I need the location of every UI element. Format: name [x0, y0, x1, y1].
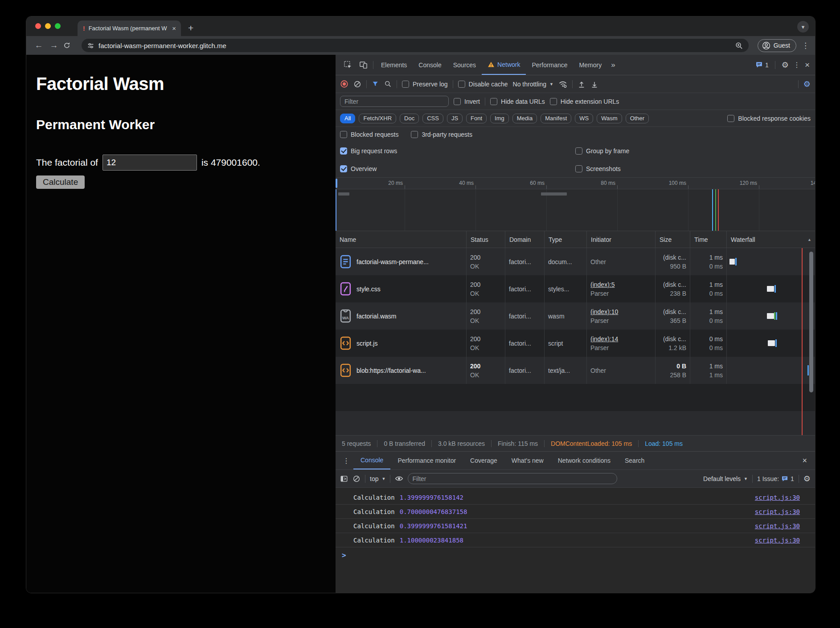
tab-console[interactable]: Console — [413, 55, 447, 75]
profile-button[interactable]: Guest — [758, 39, 796, 52]
filter-chip-js[interactable]: JS — [447, 114, 463, 123]
zoom-level-icon[interactable] — [735, 41, 743, 50]
hide-data-urls-checkbox[interactable]: Hide data URLs — [490, 98, 545, 105]
invert-checkbox[interactable]: Invert — [454, 98, 480, 105]
back-icon[interactable]: ← — [33, 41, 45, 50]
search-icon[interactable] — [384, 80, 392, 88]
drawer-tab-coverage[interactable]: Coverage — [463, 452, 504, 469]
filter-chip-ws[interactable]: WS — [575, 114, 593, 123]
blocked-response-cookies-checkbox[interactable]: Blocked response cookies — [727, 115, 811, 122]
calculate-button[interactable]: Calculate — [36, 175, 85, 189]
column-header-initiator[interactable]: Initiator — [587, 231, 656, 248]
source-link[interactable]: script.js:30 — [755, 508, 800, 515]
request-row-document[interactable]: factorial-wasm-permane... 200OK factori.… — [336, 248, 815, 275]
request-row-stylesheet[interactable]: style.css 200OK factori... styles... (in… — [336, 275, 815, 302]
filter-chip-doc[interactable]: Doc — [400, 114, 419, 123]
record-network-log-icon[interactable] — [340, 80, 348, 88]
fullscreen-window-button[interactable] — [55, 23, 61, 29]
inspect-element-icon[interactable] — [340, 55, 356, 75]
column-header-size[interactable]: Size — [656, 231, 690, 248]
filter-chip-css[interactable]: CSS — [422, 114, 443, 123]
filter-chip-font[interactable]: Font — [466, 114, 487, 123]
filter-funnel-icon[interactable] — [372, 80, 379, 88]
overview-checkbox[interactable]: Overview — [340, 165, 377, 172]
browser-menu-kebab-icon[interactable]: ⋮ — [802, 41, 809, 50]
column-header-domain[interactable]: Domain — [505, 231, 545, 248]
close-window-button[interactable] — [35, 23, 41, 29]
tab-close-icon[interactable]: × — [171, 24, 177, 32]
source-link[interactable]: script.js:30 — [755, 522, 800, 530]
drawer-tab-search[interactable]: Search — [618, 452, 652, 469]
preserve-log-checkbox[interactable]: Preserve log — [402, 81, 448, 88]
console-settings-gear-icon[interactable]: ⚙ — [803, 475, 811, 483]
drawer-tab-console[interactable]: Console — [353, 452, 390, 469]
device-toolbar-icon[interactable] — [356, 55, 371, 75]
drawer-tab-whats-new[interactable]: What's new — [504, 452, 551, 469]
devtools-menu-kebab-icon[interactable]: ⋮ — [793, 61, 800, 69]
devtools-settings-gear-icon[interactable]: ⚙ — [782, 61, 789, 69]
log-levels-select[interactable]: Default levels▼ — [703, 475, 748, 482]
more-tabs-icon[interactable]: » — [607, 55, 619, 75]
group-by-frame-checkbox[interactable]: Group by frame — [575, 147, 629, 155]
screenshots-checkbox[interactable]: Screenshots — [575, 165, 621, 172]
clear-network-log-icon[interactable] — [353, 80, 361, 88]
blocked-requests-checkbox[interactable]: Blocked requests — [340, 131, 398, 138]
column-header-waterfall[interactable]: Waterfall ▲ — [727, 231, 815, 248]
column-header-type[interactable]: Type — [545, 231, 587, 248]
live-expression-eye-icon[interactable] — [395, 474, 403, 483]
filter-chip-other[interactable]: Other — [626, 114, 649, 123]
initiator-link[interactable]: (index):5 — [590, 280, 652, 289]
devtools-close-icon[interactable]: × — [805, 60, 810, 70]
browser-tab[interactable]: ! Factorial Wasm (permanent W × — [78, 20, 181, 36]
export-har-icon[interactable] — [590, 80, 598, 88]
drawer-menu-kebab-icon[interactable]: ⋮ — [339, 457, 353, 465]
table-scrollbar[interactable] — [809, 252, 813, 392]
timeline-start-handle[interactable] — [336, 179, 337, 188]
filter-chip-img[interactable]: Img — [490, 114, 509, 123]
import-har-icon[interactable] — [578, 80, 586, 88]
column-header-status[interactable]: Status — [467, 231, 505, 248]
network-conditions-icon[interactable] — [558, 80, 567, 89]
filter-chip-manifest[interactable]: Manifest — [541, 114, 571, 123]
third-party-requests-checkbox[interactable]: 3rd-party requests — [411, 131, 472, 138]
network-settings-gear-icon[interactable]: ⚙ — [803, 80, 811, 88]
site-settings-icon[interactable] — [87, 42, 94, 49]
filter-chip-wasm[interactable]: Wasm — [597, 114, 622, 123]
filter-chip-fetch-xhr[interactable]: Fetch/XHR — [359, 114, 396, 123]
minimize-window-button[interactable] — [45, 23, 51, 29]
console-issues-counter[interactable]: 1 Issue: 1 — [757, 475, 794, 482]
drawer-close-icon[interactable]: × — [798, 456, 811, 465]
source-link[interactable]: script.js:30 — [755, 494, 800, 501]
filter-chip-media[interactable]: Media — [512, 114, 537, 123]
tab-network[interactable]: Network — [482, 55, 526, 75]
initiator-link[interactable]: (index):14 — [590, 334, 652, 343]
url-text[interactable]: factorial-wasm-permanent-worker.glitch.m… — [98, 42, 731, 49]
filter-chip-all[interactable]: All — [340, 114, 355, 123]
throttling-select[interactable]: No throttling▼ — [513, 81, 553, 88]
console-sidebar-toggle-icon[interactable] — [340, 475, 348, 483]
factorial-number-input[interactable] — [102, 155, 197, 171]
console-prompt[interactable]: > — [336, 547, 815, 563]
request-row-wasm[interactable]: WA factorial.wasm 200OK factori... wasm … — [336, 302, 815, 330]
forward-icon[interactable]: → — [48, 41, 60, 50]
column-header-time[interactable]: Time — [690, 231, 727, 248]
tab-memory[interactable]: Memory — [574, 55, 608, 75]
initiator-link[interactable]: (index):10 — [590, 307, 652, 316]
console-filter-input[interactable] — [408, 473, 617, 484]
big-request-rows-checkbox[interactable]: Big request rows — [340, 147, 397, 155]
address-bar[interactable]: factorial-wasm-permanent-worker.glitch.m… — [82, 39, 749, 52]
disable-cache-checkbox[interactable]: Disable cache — [458, 81, 508, 88]
drawer-tab-performance-monitor[interactable]: Performance monitor — [390, 452, 463, 469]
reload-icon[interactable] — [63, 41, 75, 49]
tab-sources[interactable]: Sources — [447, 55, 482, 75]
request-row-script[interactable]: script.js 200OK factori... script (index… — [336, 330, 815, 357]
tab-performance[interactable]: Performance — [526, 55, 573, 75]
network-filter-input[interactable] — [340, 96, 449, 107]
clear-console-icon[interactable] — [352, 475, 361, 483]
request-row-blob[interactable]: blob:https://factorial-wa... 200OK facto… — [336, 357, 815, 384]
new-tab-button[interactable]: + — [188, 23, 193, 33]
timeline-ruler[interactable]: 20 ms 40 ms 60 ms 80 ms 100 ms 120 ms 14… — [336, 178, 815, 189]
hide-extension-urls-checkbox[interactable]: Hide extension URLs — [550, 98, 619, 105]
drawer-tab-network-conditions[interactable]: Network conditions — [551, 452, 618, 469]
console-context-select[interactable]: top▼ — [370, 475, 385, 482]
